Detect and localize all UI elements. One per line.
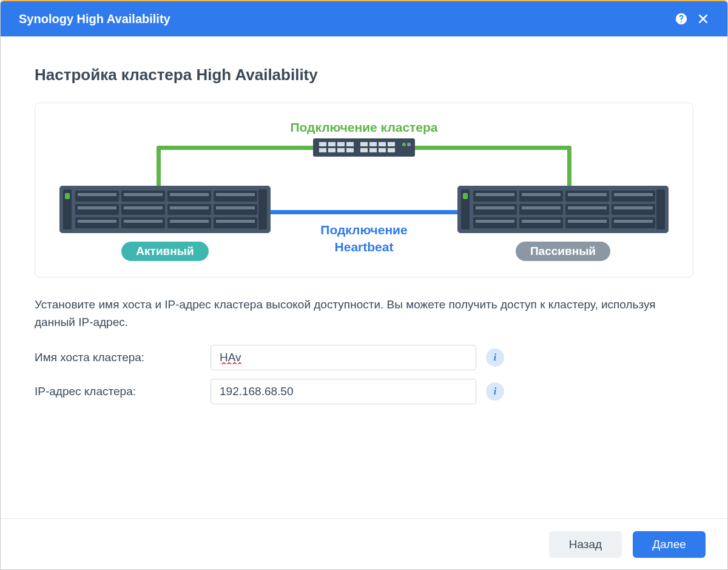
svg-rect-34 <box>124 206 163 209</box>
svg-rect-46 <box>216 220 255 223</box>
ip-input[interactable] <box>211 379 476 404</box>
passive-badge: Пассивный <box>516 242 610 261</box>
footer: Назад Далее <box>1 518 727 569</box>
svg-rect-16 <box>388 148 395 152</box>
svg-rect-14 <box>369 148 377 152</box>
close-button[interactable] <box>692 8 714 30</box>
svg-rect-62 <box>522 206 561 209</box>
svg-rect-68 <box>476 220 514 223</box>
svg-rect-40 <box>78 220 116 223</box>
svg-rect-70 <box>522 220 561 223</box>
hostname-input[interactable] <box>211 345 476 370</box>
svg-rect-64 <box>568 206 607 209</box>
passive-server-icon <box>457 186 669 233</box>
svg-rect-72 <box>568 220 607 223</box>
svg-rect-58 <box>614 193 653 196</box>
svg-rect-3 <box>337 142 345 146</box>
svg-rect-50 <box>463 193 468 199</box>
titlebar: Synology High Availability <box>1 1 727 36</box>
info-icon: i <box>494 386 496 397</box>
svg-rect-38 <box>216 206 255 209</box>
svg-rect-74 <box>614 220 653 223</box>
svg-rect-52 <box>476 193 514 196</box>
ip-label: IP-адрес кластера: <box>35 385 211 398</box>
svg-rect-1 <box>319 142 326 146</box>
svg-rect-42 <box>124 220 163 223</box>
active-server-icon <box>59 186 271 233</box>
help-icon <box>675 12 688 25</box>
svg-rect-15 <box>379 148 386 152</box>
svg-rect-56 <box>568 193 607 196</box>
ip-info-button[interactable]: i <box>486 382 504 401</box>
svg-rect-6 <box>328 148 335 152</box>
svg-rect-8 <box>346 148 354 152</box>
svg-rect-30 <box>216 193 255 196</box>
hostname-label: Имя хоста кластера: <box>35 351 211 364</box>
svg-rect-5 <box>319 148 326 152</box>
content-area: Настройка кластера High Availability Под… <box>1 36 727 518</box>
svg-rect-36 <box>170 206 209 209</box>
cluster-cable <box>396 146 571 150</box>
active-badge: Активный <box>121 242 208 261</box>
svg-rect-12 <box>388 142 395 146</box>
svg-rect-28 <box>170 193 209 196</box>
cluster-cable <box>157 146 332 150</box>
back-button[interactable]: Назад <box>549 531 622 558</box>
svg-rect-0 <box>313 138 415 157</box>
topology-diagram: Подключение кластера <box>35 103 693 277</box>
svg-rect-22 <box>65 193 70 199</box>
hostname-row: Имя хоста кластера: i <box>35 345 693 370</box>
svg-rect-7 <box>337 148 345 152</box>
description-text: Установите имя хоста и IP-адрес кластера… <box>35 296 693 331</box>
cluster-cable <box>157 146 161 189</box>
svg-rect-60 <box>476 206 514 209</box>
svg-point-17 <box>402 143 406 146</box>
app-window: Synology High Availability Настройка кла… <box>0 0 728 570</box>
svg-point-18 <box>407 143 411 146</box>
hostname-info-button[interactable]: i <box>486 348 504 367</box>
svg-rect-11 <box>379 142 386 146</box>
svg-rect-32 <box>78 206 116 209</box>
cluster-cable <box>567 146 571 189</box>
svg-rect-10 <box>369 142 377 146</box>
cluster-form: Имя хоста кластера: i IP-адрес кластера:… <box>35 345 693 404</box>
svg-rect-26 <box>124 193 163 196</box>
svg-rect-49 <box>656 189 665 229</box>
next-button[interactable]: Далее <box>633 531 706 558</box>
info-icon: i <box>494 352 496 363</box>
cluster-connection-label: Подключение кластера <box>53 120 675 135</box>
svg-rect-54 <box>522 193 561 196</box>
heartbeat-label-line1: Подключение <box>320 223 407 237</box>
svg-rect-2 <box>328 142 335 146</box>
heartbeat-connection-label: Подключение Heartbeat <box>320 222 407 256</box>
heartbeat-label-line2: Heartbeat <box>335 240 394 254</box>
svg-rect-44 <box>170 220 209 223</box>
window-title: Synology High Availability <box>19 12 670 26</box>
help-button[interactable] <box>670 8 692 30</box>
svg-rect-21 <box>258 189 267 229</box>
svg-rect-24 <box>78 193 116 196</box>
svg-rect-13 <box>360 148 368 152</box>
close-icon <box>697 13 709 25</box>
page-title: Настройка кластера High Availability <box>35 66 693 84</box>
ip-row: IP-адрес кластера: i <box>35 379 693 404</box>
svg-rect-66 <box>614 206 653 209</box>
active-server-column: Активный <box>59 186 271 261</box>
passive-server-column: Пассивный <box>457 186 669 261</box>
network-switch-icon <box>313 138 415 159</box>
svg-rect-9 <box>360 142 368 146</box>
svg-rect-4 <box>346 142 354 146</box>
